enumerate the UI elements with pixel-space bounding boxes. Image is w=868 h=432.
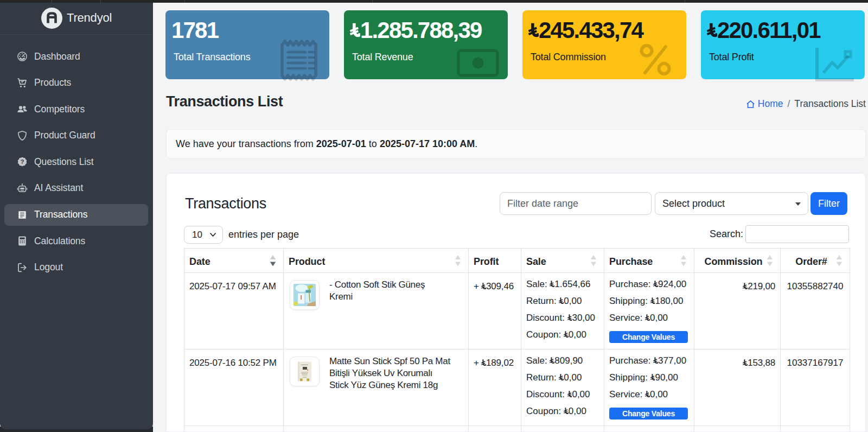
svg-text:?: ? — [21, 158, 24, 165]
